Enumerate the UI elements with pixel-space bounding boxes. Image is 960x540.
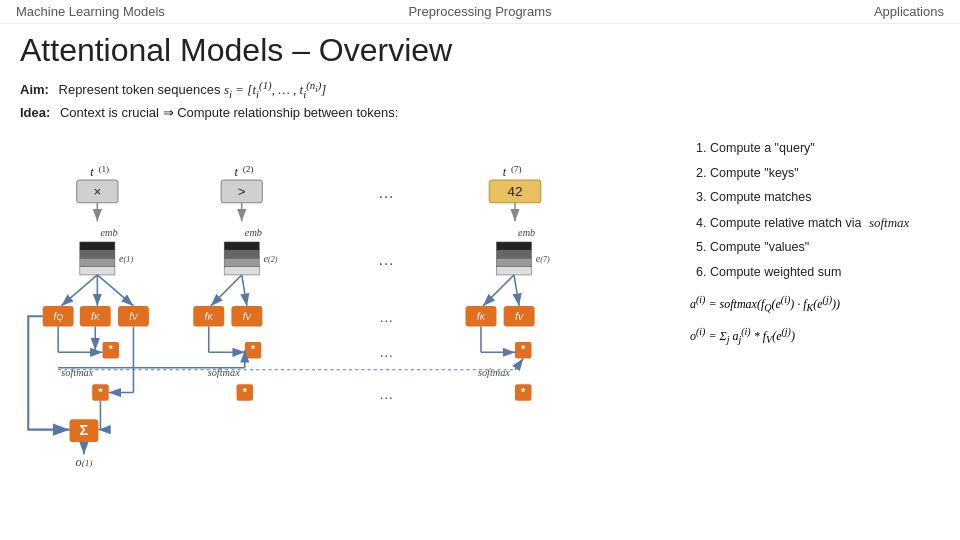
idea-label: Idea: xyxy=(20,105,50,120)
e1-label: e(1) xyxy=(119,253,133,264)
softmax-label-2: softmax xyxy=(208,367,240,378)
step-3: Compute matches xyxy=(710,186,940,209)
aim-line: Aim: Represent token sequences si = [ti(… xyxy=(20,77,680,103)
arrow-e7-fK xyxy=(483,275,514,306)
step-1: Compute a "query" xyxy=(710,137,940,160)
emb-block-1a xyxy=(80,242,115,250)
token-text-2: > xyxy=(238,184,246,199)
step-2: Compute "keys" xyxy=(710,162,940,185)
emb-block-1d xyxy=(80,267,115,275)
step-5: Compute "values" xyxy=(710,236,940,259)
formula-section: a(i) = softmax(fQ(e(i)) · fK(e(j))) o(i)… xyxy=(690,291,940,350)
emb-block-7c xyxy=(496,258,531,266)
dots-fn: … xyxy=(379,309,393,325)
softmax-formula: softmax xyxy=(869,215,909,230)
fK-text-2: fK xyxy=(205,311,214,322)
fK-text-1: fK xyxy=(91,311,100,322)
star-text-2: * xyxy=(251,343,256,355)
emb-label-7: emb xyxy=(518,227,535,238)
emb-block-7d xyxy=(496,267,531,275)
arrow-e2-fK xyxy=(211,275,242,306)
fV-text-2: fV xyxy=(243,311,253,322)
nav-center: Preprocessing Programs xyxy=(325,4,634,19)
star-text-1: * xyxy=(109,343,114,355)
fV-text-7: fV xyxy=(515,311,525,322)
fK-text-7: fK xyxy=(477,311,486,322)
nav-left: Machine Learning Models xyxy=(16,4,325,19)
fV-text-1: fV xyxy=(129,311,139,322)
star-out-text-7: * xyxy=(521,386,526,398)
aim-text: Represent token sequences si = [ti(1), …… xyxy=(59,82,327,97)
o1-label: o(1) xyxy=(75,455,92,469)
emb-block-2c xyxy=(224,258,259,266)
arrow-e1-fQ xyxy=(61,275,97,306)
formula-1: a(i) = softmax(fQ(e(i)) · fK(e(j))) xyxy=(690,291,940,317)
idea-text: Context is crucial ⇒ Compute relationshi… xyxy=(60,105,398,120)
dots-mid: … xyxy=(378,250,395,268)
formula-2: o(i) = Σj aj(i) * fV(e(j)) xyxy=(690,323,940,349)
nav-right: Applications xyxy=(635,4,944,19)
step-4: Compute relative match via softmax xyxy=(710,211,940,235)
steps-list: Compute a "query" Compute "keys" Compute… xyxy=(690,137,940,283)
star-out-text-1: * xyxy=(98,386,103,398)
emb-label-1: emb xyxy=(100,227,117,238)
dots-out: … xyxy=(379,386,393,402)
softmax-label-7: softmax xyxy=(478,367,510,378)
emb-label-2: emb xyxy=(245,227,262,238)
emb-block-2a xyxy=(224,242,259,250)
token-text-1: × xyxy=(93,184,101,199)
nn-diagram: t (1) t (2) t (7) × > … 42 emb emb xyxy=(20,132,680,540)
right-panel: Compute a "query" Compute "keys" Compute… xyxy=(680,77,940,487)
t2-sup: (2) xyxy=(243,164,254,174)
page-title: Attentional Models – Overview xyxy=(0,24,960,73)
emb-block-7a xyxy=(496,242,531,250)
emb-block-1b xyxy=(80,250,115,258)
emb-block-7b xyxy=(496,250,531,258)
top-nav: Machine Learning Models Preprocessing Pr… xyxy=(0,0,960,24)
aim-idea: Aim: Represent token sequences si = [ti(… xyxy=(20,77,680,124)
t7-sup: (7) xyxy=(511,164,522,174)
step-6: Compute weighted sum xyxy=(710,261,940,284)
emb-block-1c xyxy=(80,258,115,266)
diagram-area: Aim: Represent token sequences si = [ti(… xyxy=(20,77,680,487)
token-text-7: 42 xyxy=(508,184,523,199)
e2-label: e(2) xyxy=(263,253,277,264)
arrow-e7-fV xyxy=(514,275,519,306)
emb-block-2b xyxy=(224,250,259,258)
dots-top: … xyxy=(378,183,395,201)
arrow-e1-fV xyxy=(97,275,133,306)
emb-block-2d xyxy=(224,267,259,275)
t1-label: t xyxy=(90,165,94,179)
star-out-text-2: * xyxy=(243,386,248,398)
t1-sup: (1) xyxy=(98,164,109,174)
arrow-e2-fV xyxy=(242,275,247,306)
t2-label: t xyxy=(235,165,239,179)
arrow-fQ-to-star7-v xyxy=(515,359,523,370)
idea-line: Idea: Context is crucial ⇒ Compute relat… xyxy=(20,103,680,124)
softmax-label-1: softmax xyxy=(61,367,93,378)
t7-label: t xyxy=(503,165,507,179)
e7-label: e(7) xyxy=(536,253,550,264)
sigma-text: Σ xyxy=(80,422,89,438)
aim-label: Aim: xyxy=(20,82,49,97)
star-text-7: * xyxy=(521,343,526,355)
fQ-text: fQ xyxy=(54,311,64,322)
dots-stars: … xyxy=(379,344,393,360)
main-content: Aim: Represent token sequences si = [ti(… xyxy=(0,77,960,487)
